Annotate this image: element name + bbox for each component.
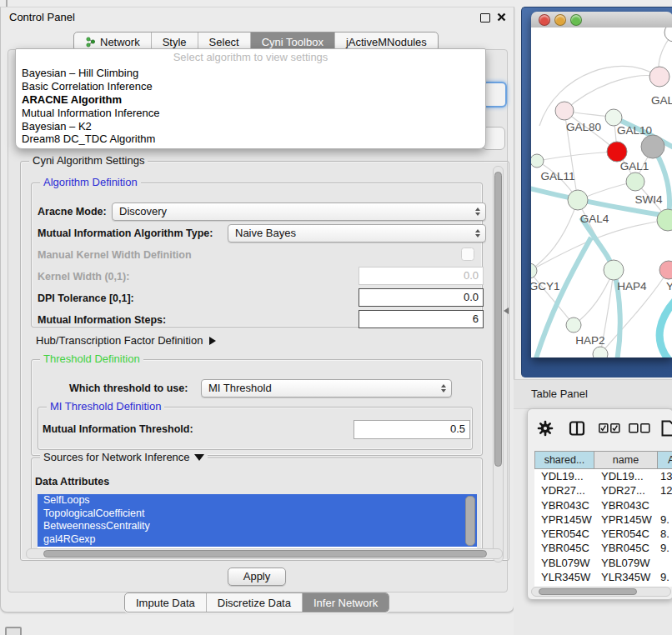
table-row[interactable]: YBR043CYBR043C — [534, 498, 672, 512]
table-cell: YPR145W — [594, 512, 658, 527]
table-horizontal-scrollbar-track[interactable] — [531, 587, 671, 597]
bottom-tabbar: Impute DataDiscretize DataInfer Network — [124, 592, 389, 612]
mi-type-combo[interactable]: Naive Bayes — [228, 224, 486, 242]
sources-group-title: Sources for Network Inference — [40, 451, 208, 463]
manual-kernel-checkbox[interactable] — [461, 248, 474, 261]
data-attribute-item[interactable]: BetweennessCentrality — [38, 520, 477, 533]
tab-label: jActiveMNodules — [346, 36, 427, 48]
mi-threshold-field[interactable]: 0.5 — [354, 420, 470, 439]
network-node[interactable] — [649, 67, 669, 87]
network-icon — [85, 37, 96, 48]
algorithm-dropdown-items: Bayesian – Hill ClimbingBasic Correlatio… — [16, 67, 485, 146]
network-node[interactable] — [659, 261, 672, 279]
mi-type-value: Naive Bayes — [235, 227, 296, 239]
mi-steps-field[interactable]: 6 — [359, 310, 484, 328]
settings-horizontal-scrollbar-track[interactable] — [26, 548, 503, 559]
table-row[interactable]: YER054CYER054C8. — [534, 527, 672, 541]
table-cell: YBR045C — [594, 541, 658, 555]
combo-arrows-icon — [441, 380, 446, 397]
data-attributes-label: Data Attributes — [35, 476, 109, 488]
unselect-columns-icon[interactable] — [629, 423, 650, 433]
network-node-label: GAL4 — [580, 212, 609, 225]
table-row[interactable]: YPR145WYPR145W9. — [534, 512, 672, 527]
select-columns-icon[interactable] — [599, 423, 620, 433]
list-vertical-scrollbar[interactable] — [465, 496, 475, 546]
table-row[interactable]: YBR045CYBR045C9. — [534, 541, 672, 555]
which-threshold-combo[interactable]: MI Threshold — [201, 379, 452, 398]
data-attribute-item[interactable]: TopologicalCoefficient — [38, 508, 477, 521]
apply-button[interactable]: Apply — [228, 568, 286, 586]
table-column-headers: shared...nameA — [534, 451, 672, 469]
algorithm-option[interactable]: Basic Correlation Inference — [16, 80, 485, 93]
algorithm-option[interactable]: Dream8 DC_TDC Algorithm — [16, 132, 485, 146]
network-node[interactable] — [531, 154, 544, 168]
column-header-shared[interactable]: shared... — [534, 451, 594, 469]
network-node[interactable] — [641, 135, 664, 158]
network-node[interactable] — [664, 28, 672, 42]
split-columns-icon[interactable] — [569, 420, 585, 437]
data-attribute-item[interactable]: SelfLoops — [38, 494, 477, 508]
aracne-mode-combo[interactable]: Discovery — [112, 202, 486, 221]
tab-impute-data[interactable]: Impute Data — [125, 593, 206, 612]
dpi-tolerance-label: DPI Tolerance [0,1]: — [38, 292, 134, 304]
table-cell: YBR043C — [534, 498, 594, 512]
mi-steps-label: Mutual Information Steps: — [38, 314, 166, 326]
table-cell: YDL19... — [534, 469, 594, 483]
network-node-label: GCY1 — [531, 280, 559, 292]
network-node-label: GAL — [651, 94, 672, 107]
control-panel-title: Control Panel — [9, 11, 75, 23]
data-attributes-list: SelfLoopsTopologicalCoefficientBetweenne… — [38, 494, 477, 548]
close-traffic-light-icon[interactable] — [539, 14, 550, 26]
network-node[interactable] — [555, 102, 574, 120]
table-panel-header: Table Panel — [514, 379, 672, 409]
which-threshold-value: MI Threshold — [208, 382, 272, 394]
hub-definition-label: Hub/Transcription Factor Definition — [36, 334, 203, 347]
network-node[interactable] — [605, 109, 622, 126]
data-attribute-item[interactable]: gal4RGexp — [38, 533, 477, 547]
float-window-icon[interactable] — [480, 13, 490, 22]
network-node[interactable] — [566, 318, 581, 332]
kernel-width-field[interactable]: 0.0 — [359, 267, 484, 285]
network-node[interactable] — [568, 190, 588, 210]
close-icon[interactable] — [497, 12, 506, 22]
algorithm-option[interactable]: Bayesian – K2 — [16, 120, 485, 133]
network-node-label: HAP4 — [617, 280, 647, 292]
minimize-traffic-light-icon[interactable] — [554, 14, 566, 26]
column-header-name[interactable]: name — [594, 451, 658, 469]
which-threshold-label: Which threshold to use: — [69, 382, 188, 394]
expand-right-icon[interactable] — [209, 337, 216, 345]
splitter-collapse-icon[interactable] — [504, 308, 509, 314]
network-window: GAL80GAL10GAL1GAL11SWI4GAL4GCY1HAP4HAP2G… — [531, 12, 672, 358]
settings-vertical-scrollbar-track[interactable] — [493, 166, 504, 562]
network-node[interactable] — [604, 260, 624, 280]
table-row[interactable]: YBL079WYBL079W — [534, 556, 672, 570]
gear-icon[interactable] — [537, 420, 554, 437]
table-row[interactable]: YLR345WYLR345W9. — [534, 570, 672, 584]
minimized-panel-icon[interactable] — [5, 627, 22, 635]
table-row[interactable]: YDR27...YDR27...12 — [534, 483, 672, 498]
zoom-traffic-light-icon[interactable] — [570, 14, 582, 26]
dpi-tolerance-field[interactable]: 0.0 — [359, 288, 484, 307]
table-horizontal-scrollbar-thumb[interactable] — [539, 588, 637, 595]
collapse-down-icon[interactable] — [194, 454, 204, 461]
tab-discretize-data[interactable]: Discretize Data — [206, 593, 302, 612]
network-node[interactable] — [626, 172, 644, 191]
network-node[interactable] — [593, 347, 608, 358]
network-node[interactable] — [607, 142, 627, 162]
settings-horizontal-scrollbar-thumb[interactable] — [43, 550, 487, 558]
algorithm-option[interactable]: ARACNE Algorithm — [16, 93, 485, 107]
column-header-a[interactable]: A — [658, 451, 672, 469]
algorithm-option[interactable]: Mutual Information Inference — [16, 107, 485, 120]
network-node-label: GAL1 — [620, 160, 649, 172]
table-row[interactable]: YDL19...YDL19...13 — [534, 469, 672, 483]
table-cell: 9. — [658, 512, 672, 527]
tab-infer-network[interactable]: Infer Network — [302, 593, 389, 612]
table-cell: YLR345W — [594, 570, 658, 584]
hub-definition-section[interactable]: Hub/Transcription Factor Definition — [36, 334, 216, 347]
algorithm-option[interactable]: Bayesian – Hill Climbing — [16, 67, 485, 80]
settings-vertical-scrollbar-thumb[interactable] — [494, 172, 502, 467]
network-canvas[interactable]: GAL80GAL10GAL1GAL11SWI4GAL4GCY1HAP4HAP2G… — [531, 28, 672, 358]
network-window-titlebar[interactable] — [531, 12, 672, 28]
document-icon[interactable] — [661, 420, 672, 437]
table-panel-title: Table Panel — [531, 388, 588, 400]
